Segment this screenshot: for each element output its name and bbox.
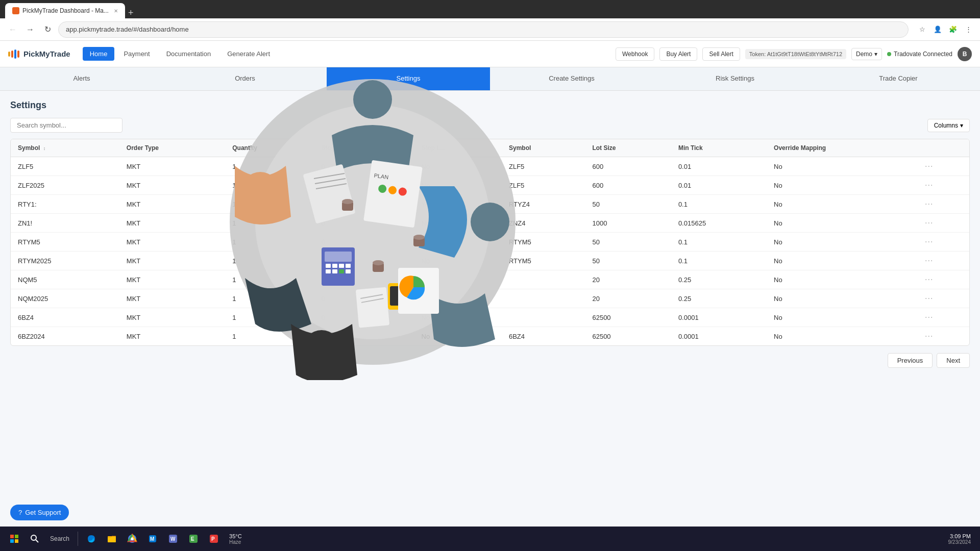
table-row: RTY1: MKT 1 1 Yes RTYZ4 50 0.1 No ···: [11, 195, 969, 214]
tab-risk-settings[interactable]: Risk Settings: [653, 67, 817, 90]
cell-symbol2: [502, 308, 585, 327]
cell-min-tick: 0.015625: [671, 214, 767, 233]
cell-order-type: MKT: [119, 270, 225, 289]
extension-icon[interactable]: 🧩: [947, 24, 959, 35]
next-btn[interactable]: Next: [937, 353, 970, 368]
cell-dots[interactable]: ···: [918, 270, 969, 289]
nav-generate-alert[interactable]: Generate Alert: [220, 47, 277, 61]
cell-order-type: MKT: [119, 214, 225, 233]
cell-lot-size: 1000: [585, 214, 671, 233]
webhook-btn[interactable]: Webhook: [616, 47, 654, 61]
cell-min-tick: 0.0001: [671, 327, 767, 346]
back-btn[interactable]: ←: [6, 23, 19, 36]
row-action-btn[interactable]: ···: [925, 332, 933, 340]
row-action-btn[interactable]: ···: [925, 256, 933, 265]
cell-stop-loss: 0: [314, 327, 414, 346]
col-symbol2: Symbol: [502, 139, 585, 157]
cell-stop-l: No: [414, 233, 502, 252]
cell-dots[interactable]: ···: [918, 195, 969, 214]
svg-text:P: P: [211, 536, 215, 542]
taskbar-chrome[interactable]: [123, 530, 141, 548]
star-icon[interactable]: ☆: [917, 24, 928, 35]
cell-order-type: MKT: [119, 308, 225, 327]
cell-dots[interactable]: ···: [918, 233, 969, 252]
cell-quantity: 1: [225, 176, 314, 195]
table-row: 6BZ2024 MKT 1 0 No 6BZ4 62500 0.0001 No …: [11, 327, 969, 346]
buy-alert-btn[interactable]: Buy Alert: [659, 47, 697, 61]
tab-orders[interactable]: Orders: [163, 67, 327, 90]
row-action-btn[interactable]: ···: [925, 275, 933, 284]
taskbar-extra-1[interactable]: M: [143, 530, 162, 548]
table-row: 6BZ4 MKT 1 0 No 62500 0.0001 No ···: [11, 308, 969, 327]
cell-dots[interactable]: ···: [918, 157, 969, 176]
active-tab[interactable]: PickMyTrade Dashboard - Ma... ✕: [5, 3, 125, 18]
row-action-btn[interactable]: ···: [925, 237, 933, 246]
tab-trade-copier[interactable]: Trade Copier: [817, 67, 980, 90]
cell-stop-l: No: [414, 327, 502, 346]
cell-dots[interactable]: ···: [918, 327, 969, 346]
taskbar-edge[interactable]: [82, 530, 101, 548]
col-stop-loss: Stop Loss: [314, 139, 414, 157]
address-bar[interactable]: app.pickmytrade.trade/#/dashboard/home: [58, 21, 909, 38]
cell-symbol: 6BZ2024: [11, 327, 119, 346]
cell-stop-loss: 0: [314, 289, 414, 308]
refresh-btn[interactable]: ↻: [41, 23, 54, 36]
cell-dots[interactable]: ···: [918, 289, 969, 308]
tab-alerts[interactable]: Alerts: [0, 67, 163, 90]
browser-controls: ← → ↻ app.pickmytrade.trade/#/dashboard/…: [0, 18, 980, 41]
tab-close-btn[interactable]: ✕: [114, 8, 118, 14]
nav-documentation[interactable]: Documentation: [159, 47, 218, 61]
tab-settings[interactable]: Settings: [327, 67, 490, 90]
cell-order-type: MKT: [119, 176, 225, 195]
row-action-btn[interactable]: ···: [925, 162, 933, 170]
taskbar-search-label[interactable]: Search: [46, 530, 74, 548]
row-action-btn[interactable]: ···: [925, 199, 933, 208]
taskbar-extra-4[interactable]: P: [205, 530, 223, 548]
taskbar-file-explorer[interactable]: [103, 530, 121, 548]
forward-btn[interactable]: →: [23, 23, 37, 36]
previous-btn[interactable]: Previous: [888, 353, 933, 368]
cell-dots[interactable]: ···: [918, 308, 969, 327]
cell-dots[interactable]: ···: [918, 252, 969, 270]
cell-dots[interactable]: ···: [918, 214, 969, 233]
row-action-btn[interactable]: ···: [925, 313, 933, 321]
sort-icon: ↕: [43, 146, 46, 151]
demo-select[interactable]: Demo ▾: [851, 48, 882, 60]
row-action-btn[interactable]: ···: [925, 181, 933, 189]
row-action-btn[interactable]: ···: [925, 294, 933, 303]
logo-text: PickMyTrade: [23, 49, 70, 58]
cell-lot-size: 600: [585, 176, 671, 195]
profile-icon[interactable]: 👤: [932, 24, 943, 35]
nav-payment[interactable]: Payment: [116, 47, 157, 61]
cell-quantity: 1: [225, 157, 314, 176]
sell-alert-btn[interactable]: Sell Alert: [702, 47, 740, 61]
tradovate-label: Tradovate Connected: [894, 51, 952, 58]
taskbar-extra-3[interactable]: E: [184, 530, 203, 548]
taskbar-extra-2[interactable]: W: [164, 530, 182, 548]
svg-line-45: [36, 540, 38, 542]
cell-symbol: 6BZ4: [11, 308, 119, 327]
nav-menu: Home Payment Documentation Generate Aler…: [83, 47, 277, 61]
columns-btn[interactable]: Columns ▾: [927, 119, 970, 132]
search-taskbar-btn[interactable]: [26, 530, 44, 548]
new-tab-btn[interactable]: +: [128, 8, 134, 18]
cell-order-type: MKT: [119, 195, 225, 214]
logo: PickMyTrade: [8, 49, 70, 59]
search-text: Search: [50, 535, 69, 542]
tab-create-settings[interactable]: Create Settings: [490, 67, 653, 90]
search-input[interactable]: [10, 118, 122, 133]
nav-home[interactable]: Home: [83, 47, 115, 61]
logo-icon: [8, 49, 19, 59]
cell-override: No: [767, 289, 918, 308]
start-btn[interactable]: [5, 530, 23, 548]
cell-min-tick: 0.1: [671, 252, 767, 270]
table-body: ZLF5 MKT 1 0 No ZLF5 600 0.01 No ··· ZLF…: [11, 157, 969, 346]
get-support-btn[interactable]: ? Get Support: [10, 505, 69, 520]
avatar-btn[interactable]: B: [958, 47, 972, 61]
menu-icon[interactable]: ⋮: [963, 24, 974, 35]
col-order-type: Order Type: [119, 139, 225, 157]
cell-dots[interactable]: ···: [918, 176, 969, 195]
cell-override: No: [767, 252, 918, 270]
cell-stop-l: No: [414, 176, 502, 195]
row-action-btn[interactable]: ···: [925, 218, 933, 227]
